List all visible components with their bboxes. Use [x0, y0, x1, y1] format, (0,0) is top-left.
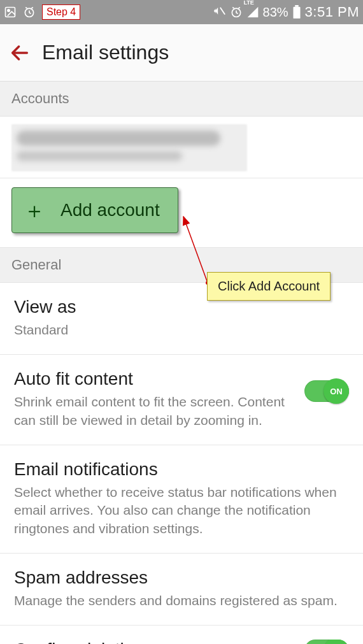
svg-line-3 — [220, 8, 224, 15]
account-row[interactable] — [0, 117, 363, 178]
setting-subtitle: Standard — [14, 321, 349, 339]
setting-subtitle: Manage the senders and domains registere… — [14, 592, 349, 610]
setting-title: Auto fit content — [14, 369, 298, 389]
add-account-label: Add account — [60, 200, 160, 220]
clock: 3:51 PM — [305, 4, 359, 20]
setting-title: Email notifications — [14, 459, 349, 480]
setting-title: Spam addresses — [14, 568, 349, 588]
section-header-accounts: Accounts — [0, 82, 363, 117]
svg-point-1 — [8, 10, 10, 11]
status-bar: Step 4 LTE 83% 3:51 PM — [0, 0, 363, 24]
svg-rect-5 — [293, 7, 300, 18]
back-icon[interactable] — [9, 42, 31, 64]
toggle-knob: ON — [324, 640, 349, 644]
battery-icon — [292, 5, 301, 19]
toggle-confirm-deletions[interactable]: ON — [304, 640, 349, 644]
setting-confirm-deletions[interactable]: Confirm deletions ON — [0, 626, 363, 644]
setting-auto-fit[interactable]: Auto fit content Shrink email content to… — [0, 355, 363, 445]
setting-email-notifications[interactable]: Email notifications Select whether to re… — [0, 445, 363, 554]
page-title: Email settings — [42, 41, 169, 64]
annotation-callout: Click Add Account — [207, 272, 331, 301]
signal-icon: LTE — [246, 6, 259, 18]
account-redacted — [11, 124, 247, 171]
svg-rect-6 — [295, 5, 299, 7]
svg-rect-0 — [6, 8, 15, 17]
alarm-status-icon — [230, 6, 243, 18]
title-bar: Email settings — [0, 24, 363, 82]
vibrate-icon — [212, 5, 226, 19]
battery-percent: 83% — [263, 5, 288, 20]
alarm-icon — [23, 6, 36, 18]
toggle-knob: ON — [324, 378, 349, 404]
plus-icon: ＋ — [24, 199, 45, 221]
setting-title: Confirm deletions — [14, 640, 298, 644]
image-icon — [4, 6, 17, 18]
toggle-auto-fit[interactable]: ON — [304, 380, 349, 402]
setting-subtitle: Select whether to receive status bar not… — [14, 483, 349, 538]
setting-spam-addresses[interactable]: Spam addresses Manage the senders and do… — [0, 554, 363, 626]
setting-subtitle: Shrink email content to fit the screen. … — [14, 393, 298, 429]
step-badge: Step 4 — [42, 4, 80, 20]
add-account-button[interactable]: ＋ Add account — [11, 187, 178, 233]
